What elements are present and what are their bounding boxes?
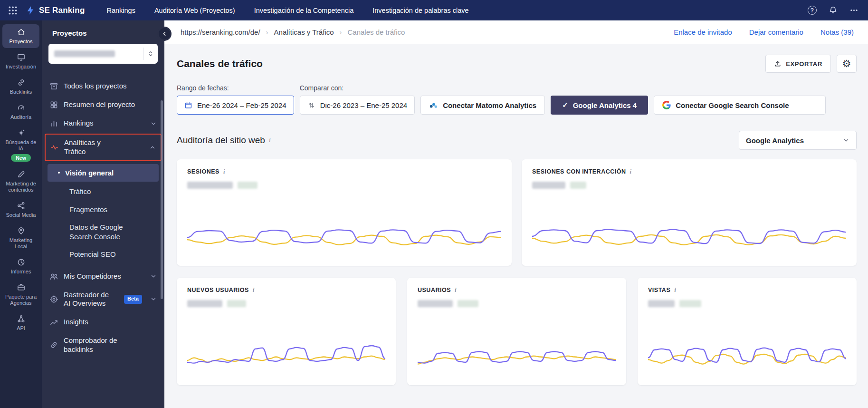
subitem-vision-general[interactable]: Visión general — [48, 164, 159, 182]
line-chart — [187, 215, 501, 253]
rail-item-social-media[interactable]: Social Media — [2, 198, 39, 222]
breadcrumb-root[interactable]: https://seranking.com/de/ — [181, 28, 260, 36]
activity-pulse-icon — [50, 143, 59, 152]
rail-item-busqueda-ia[interactable]: Búsqueda de IA New — [2, 125, 39, 165]
topnav-item-rankings[interactable]: Rankings — [106, 7, 135, 14]
nodes-icon — [17, 314, 26, 323]
analytics-submenu: Visión general Tráfico Fragmentos Datos … — [42, 162, 164, 267]
target-icon — [49, 295, 58, 304]
sidebar-item-insights[interactable]: Insights — [42, 313, 164, 331]
card-vistas: VISTASi — [638, 278, 857, 385]
line-chart — [187, 331, 385, 376]
settings-gear-button[interactable]: ⚙ — [837, 55, 857, 73]
rail-item-informes[interactable]: Informes — [2, 254, 39, 278]
rail-item-marketing-local[interactable]: Marketing Local — [2, 223, 39, 253]
subitem-datos-google-search-console[interactable]: Datos de Google Search Console — [42, 218, 153, 245]
sidebar-item-rankings[interactable]: Rankings — [42, 114, 164, 133]
selector-carets-icon — [143, 48, 153, 60]
analytics-source-dropdown[interactable]: Google Analytics — [739, 131, 857, 150]
active-dot — [58, 172, 60, 174]
breadcrumb: https://seranking.com/de/ › Analíticas y… — [181, 28, 405, 36]
notifications-bell-icon[interactable] — [829, 6, 838, 15]
rail-item-auditoria[interactable]: Auditoría — [2, 100, 39, 124]
main-area: https://seranking.com/de/ › Analíticas y… — [164, 20, 868, 408]
line-chart — [648, 331, 846, 376]
google-logo-icon — [662, 101, 671, 109]
rail-item-paquete-agencias[interactable]: Paquete para Agencias — [2, 280, 39, 310]
bolt-icon — [26, 6, 35, 15]
topnav-items: Rankings Auditoría Web (Proyectos) Inves… — [106, 7, 468, 14]
google-analytics-4-button[interactable]: ✓ Google Analytics 4 — [551, 96, 648, 115]
sidebar-title: Proyectos — [52, 29, 164, 37]
breadcrumb-analiticas[interactable]: Analíticas y Tráfico — [274, 28, 334, 36]
legend-blurred — [532, 182, 846, 189]
compare-range-picker[interactable]: Dic-26 2023 – Ene-25 2024 — [300, 96, 415, 115]
share-nodes-icon — [17, 201, 26, 210]
date-range-label: Rango de fechas: — [177, 84, 294, 92]
legend-blurred — [418, 300, 616, 307]
more-ellipsis-icon[interactable] — [849, 6, 858, 15]
info-icon[interactable]: i — [223, 168, 225, 175]
leave-comment-link[interactable]: Dejar comentario — [749, 28, 803, 36]
card-nuevos-usuarios: NUEVOS USUARIOSi — [177, 278, 396, 385]
info-icon[interactable]: i — [269, 136, 271, 144]
sidebar-item-rastreador-ai-overviews[interactable]: Rastreador de AI Overviews Beta — [42, 286, 164, 313]
sidebar-menu: Todos los proyectos Resumen del proyecto… — [42, 77, 164, 359]
sidebar-item-analiticas-y-trafico[interactable]: Analíticas y Tráfico — [45, 134, 162, 161]
map-pin-icon — [17, 226, 26, 235]
rail-item-api[interactable]: API — [2, 311, 39, 335]
topnav-item-investigacion-competencia[interactable]: Investigación de la Competencia — [254, 7, 354, 14]
chevron-down-icon — [843, 137, 849, 144]
check-icon: ✓ — [562, 101, 568, 109]
bar-chart-icon — [49, 119, 58, 128]
sidebar-item-comprobador-backlinks[interactable]: Comprobador de backlinks — [42, 331, 164, 359]
pencil-icon — [17, 170, 26, 179]
subitem-trafico[interactable]: Tráfico — [42, 183, 164, 201]
info-icon[interactable]: i — [630, 168, 631, 175]
connect-google-search-console-button[interactable]: Conectar Google Search Console — [654, 96, 826, 115]
notes-link[interactable]: Notas (39) — [820, 28, 854, 36]
blurred-project-name — [54, 50, 115, 57]
sidebar-item-mis-competidores[interactable]: Mis Competidores — [42, 267, 164, 286]
sidebar-item-resumen-del-proyecto[interactable]: Resumen del proyecto — [42, 96, 164, 114]
trend-icon — [49, 318, 58, 327]
subitem-fragmentos[interactable]: Fragmentos — [42, 201, 164, 219]
sidebar-scrollbar[interactable] — [161, 100, 163, 299]
help-icon[interactable]: ? — [808, 6, 817, 15]
date-range-picker[interactable]: Ene-26 2024 – Feb-25 2024 — [177, 96, 294, 115]
info-icon[interactable]: i — [674, 286, 676, 294]
rail-item-proyectos[interactable]: Proyectos — [2, 24, 39, 48]
pie-chart-icon — [17, 258, 26, 267]
gauge-icon — [17, 103, 26, 112]
sidebar-collapse-button[interactable] — [157, 27, 172, 41]
people-icon — [49, 272, 58, 281]
subitem-potencial-seo[interactable]: Potencial SEO — [42, 245, 164, 263]
export-button[interactable]: EXPORTAR — [765, 55, 831, 73]
connect-matomo-button[interactable]: Conectar Matomo Analytics — [420, 96, 545, 115]
beta-badge: Beta — [124, 295, 142, 304]
rail-item-investigacion[interactable]: Investigación — [2, 49, 39, 73]
breadcrumb-separator: › — [266, 28, 268, 36]
top-navigation: SE Ranking Rankings Auditoría Web (Proye… — [0, 0, 868, 20]
guest-link[interactable]: Enlace de invitado — [674, 28, 732, 36]
chevron-left-icon — [161, 30, 168, 37]
brand-name: SE Ranking — [39, 6, 85, 15]
topnav-item-investigacion-palabras[interactable]: Investigación de palabras clave — [372, 7, 468, 14]
info-icon[interactable]: i — [253, 286, 255, 294]
home-icon — [17, 28, 26, 37]
info-icon[interactable]: i — [455, 286, 457, 294]
apps-grid-icon[interactable] — [8, 5, 18, 16]
project-selector-dropdown[interactable] — [48, 44, 158, 64]
rail-item-backlinks[interactable]: Backlinks — [2, 75, 39, 98]
page-content: Canales de tráfico EXPORTAR ⚙ Rango de f… — [164, 44, 868, 408]
chevron-down-icon — [150, 273, 157, 280]
topnav-item-auditoria-web[interactable]: Auditoría Web (Proyectos) — [154, 7, 235, 14]
section-title: Auditoría del sitio web — [177, 135, 265, 146]
matomo-logo-icon — [429, 101, 438, 110]
project-sidebar: Proyectos Todos los proyectos Resumen de… — [42, 20, 164, 408]
sidebar-item-todos-los-proyectos[interactable]: Todos los proyectos — [42, 77, 164, 96]
archive-icon — [49, 82, 58, 91]
chevron-down-icon — [150, 120, 157, 127]
rail-item-marketing-contenidos[interactable]: Marketing de contenidos — [2, 166, 39, 196]
brand-logo[interactable]: SE Ranking — [26, 6, 85, 15]
